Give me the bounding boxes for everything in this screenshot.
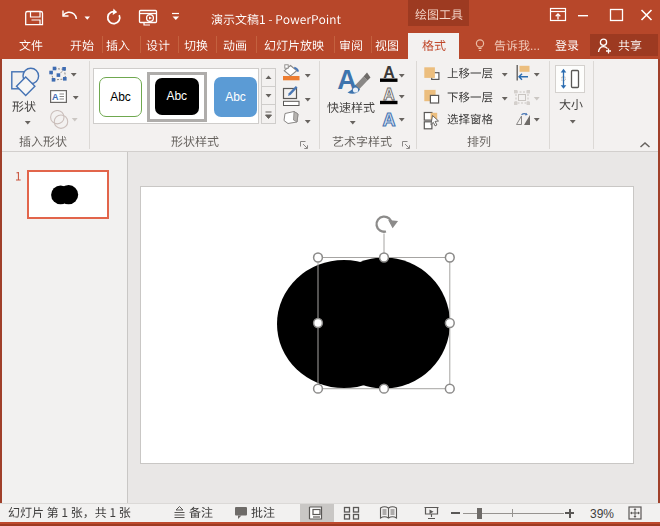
svg-text:A: A xyxy=(383,64,395,81)
svg-text:A: A xyxy=(52,91,59,101)
svg-text:A: A xyxy=(383,110,396,129)
svg-text:A: A xyxy=(383,86,395,103)
